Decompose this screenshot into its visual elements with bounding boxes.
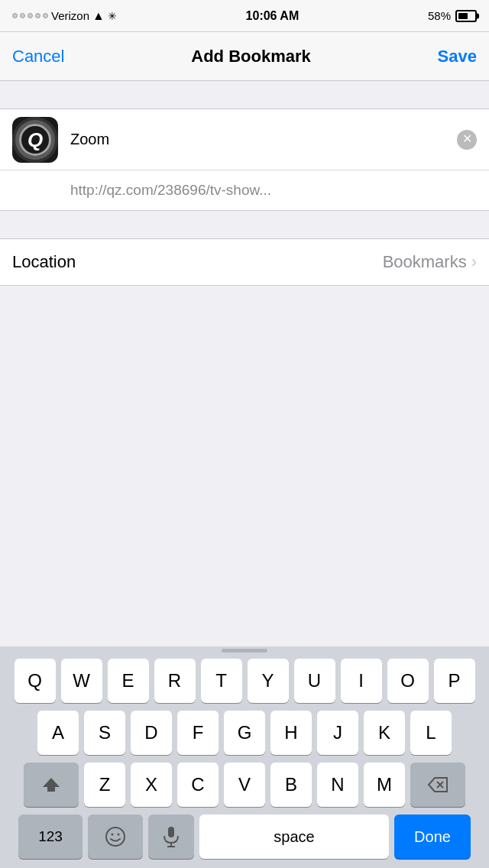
q-rings: Q bbox=[19, 124, 51, 156]
shift-button[interactable] bbox=[24, 763, 79, 807]
key-h[interactable]: H bbox=[270, 711, 312, 755]
location-section: Location Bookmarks › bbox=[0, 238, 489, 286]
mic-button[interactable] bbox=[148, 815, 194, 859]
key-a[interactable]: A bbox=[37, 711, 79, 755]
activity-icon: ✳ bbox=[108, 10, 117, 22]
svg-point-4 bbox=[112, 834, 114, 836]
keyboard-rows: Q W E R T Y U I O P A S D F G H J K L bbox=[0, 654, 489, 868]
svg-point-3 bbox=[106, 828, 125, 846]
key-b[interactable]: B bbox=[270, 763, 312, 807]
site-icon: Q bbox=[12, 117, 58, 163]
key-t[interactable]: T bbox=[201, 659, 242, 703]
bookmark-title-input[interactable] bbox=[70, 128, 457, 152]
cancel-button[interactable]: Cancel bbox=[12, 44, 64, 70]
key-g[interactable]: G bbox=[224, 711, 265, 755]
key-c[interactable]: C bbox=[177, 763, 219, 807]
section-gap-1 bbox=[0, 81, 489, 108]
mic-icon bbox=[163, 826, 180, 847]
svg-marker-0 bbox=[43, 778, 60, 792]
location-label: Location bbox=[12, 252, 76, 272]
location-row[interactable]: Location Bookmarks › bbox=[0, 239, 489, 285]
keyboard-row-3: Z X C V B N M bbox=[3, 763, 486, 807]
numbers-button[interactable]: 123 bbox=[18, 815, 83, 859]
battery-icon bbox=[455, 10, 477, 22]
backspace-button[interactable] bbox=[410, 763, 465, 807]
location-value: Bookmarks bbox=[383, 252, 467, 272]
backspace-icon bbox=[427, 776, 449, 793]
emoji-icon bbox=[105, 826, 126, 847]
q-logo: Q bbox=[12, 117, 58, 163]
key-n[interactable]: N bbox=[317, 763, 358, 807]
space-button[interactable]: space bbox=[199, 815, 389, 859]
key-p[interactable]: P bbox=[434, 659, 475, 703]
key-v[interactable]: V bbox=[224, 763, 265, 807]
key-u[interactable]: U bbox=[294, 659, 335, 703]
key-j[interactable]: J bbox=[317, 711, 358, 755]
carrier-label: Verizon bbox=[51, 9, 89, 22]
key-y[interactable]: Y bbox=[248, 659, 289, 703]
wifi-icon: ▲ bbox=[92, 9, 105, 23]
key-o[interactable]: O bbox=[387, 659, 429, 703]
status-time: 10:06 AM bbox=[246, 9, 300, 23]
keyboard-row-2: A S D F G H J K L bbox=[3, 711, 486, 755]
svg-point-5 bbox=[118, 834, 120, 836]
url-row: http://qz.com/238696/tv-show... bbox=[0, 170, 489, 210]
done-button[interactable]: Done bbox=[394, 815, 471, 859]
key-w[interactable]: W bbox=[61, 659, 102, 703]
save-button[interactable]: Save bbox=[438, 47, 477, 66]
key-s[interactable]: S bbox=[84, 711, 125, 755]
nav-bar: Cancel Add Bookmark Save bbox=[0, 32, 489, 81]
key-d[interactable]: D bbox=[131, 711, 172, 755]
emoji-button[interactable] bbox=[88, 815, 143, 859]
q-letter: Q bbox=[28, 130, 43, 150]
keyboard: Q W E R T Y U I O P A S D F G H J K L bbox=[0, 646, 489, 868]
page-title: Add Bookmark bbox=[191, 47, 310, 66]
key-e[interactable]: E bbox=[108, 659, 149, 703]
svg-rect-6 bbox=[168, 827, 174, 837]
bookmark-name-row: Q ✕ bbox=[0, 109, 489, 170]
battery-percent: 58% bbox=[428, 9, 451, 22]
location-right: Bookmarks › bbox=[383, 252, 477, 272]
keyboard-handle bbox=[0, 646, 489, 654]
chevron-right-icon: › bbox=[471, 252, 477, 272]
key-z[interactable]: Z bbox=[84, 763, 125, 807]
status-right: 58% bbox=[428, 9, 477, 22]
shift-icon bbox=[41, 775, 61, 795]
key-q[interactable]: Q bbox=[15, 659, 56, 703]
keyboard-row-4: 123 space Done bbox=[3, 815, 486, 859]
status-left: Verizon ▲ ✳ bbox=[12, 9, 117, 23]
key-x[interactable]: X bbox=[131, 763, 172, 807]
clear-x-icon: ✕ bbox=[462, 133, 472, 145]
form-section: Q ✕ http://qz.com/238696/tv-show... bbox=[0, 108, 489, 211]
signal-dots bbox=[12, 13, 48, 18]
key-l[interactable]: L bbox=[410, 711, 452, 755]
bookmark-url: http://qz.com/238696/tv-show... bbox=[70, 182, 271, 199]
clear-title-button[interactable]: ✕ bbox=[457, 130, 477, 150]
key-m[interactable]: M bbox=[364, 763, 405, 807]
status-bar: Verizon ▲ ✳ 10:06 AM 58% bbox=[0, 0, 489, 32]
key-f[interactable]: F bbox=[177, 711, 219, 755]
handle-pill bbox=[222, 649, 267, 653]
section-gap-2 bbox=[0, 211, 489, 238]
key-i[interactable]: I bbox=[341, 659, 382, 703]
key-r[interactable]: R bbox=[154, 659, 196, 703]
empty-space bbox=[0, 286, 489, 393]
key-k[interactable]: K bbox=[364, 711, 405, 755]
keyboard-row-1: Q W E R T Y U I O P bbox=[3, 659, 486, 703]
title-input-area: ✕ bbox=[70, 128, 477, 152]
